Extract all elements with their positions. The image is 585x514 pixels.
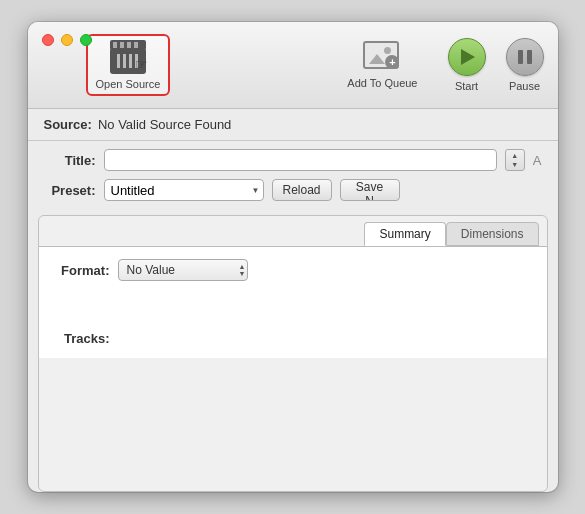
tab-summary[interactable]: Summary: [364, 222, 445, 246]
content-area: Source: No Valid Source Found Title: ▲ ▼…: [28, 109, 558, 492]
open-source-button[interactable]: ☞ Open Source: [86, 34, 171, 96]
add-to-queue-label: Add To Queue: [347, 77, 417, 89]
open-source-label: Open Source: [96, 78, 161, 90]
add-to-queue-icon: +: [363, 41, 401, 73]
close-button[interactable]: [42, 34, 54, 46]
source-value: No Valid Source Found: [98, 117, 231, 132]
format-label: Format:: [55, 263, 110, 278]
preset-select[interactable]: Untitled: [104, 179, 264, 201]
pause-button[interactable]: [506, 38, 544, 76]
pause-icon-bar-left: [518, 50, 523, 64]
tracks-label: Tracks:: [55, 331, 110, 346]
format-select-wrapper: No Value ▲ ▼: [118, 259, 248, 281]
play-icon: [461, 49, 475, 65]
tracks-row: Tracks:: [55, 331, 531, 346]
format-select[interactable]: No Value: [118, 259, 248, 281]
maximize-button[interactable]: [80, 34, 92, 46]
start-button[interactable]: [448, 38, 486, 76]
title-input[interactable]: [104, 149, 497, 171]
title-row: Title: ▲ ▼ A: [44, 149, 542, 171]
source-label: Source:: [44, 117, 92, 132]
tab-bar: Summary Dimensions: [39, 216, 547, 246]
clapper-icon: ☞: [108, 40, 148, 74]
toolbar: ☞ Open Source + Add To Queue: [28, 22, 558, 109]
preset-select-wrapper: Untitled ▼: [104, 179, 264, 201]
cursor-icon: ☞: [135, 56, 148, 72]
start-button-group: Start: [448, 38, 486, 92]
reload-button[interactable]: Reload: [272, 179, 332, 201]
save-new-button[interactable]: Save N: [340, 179, 400, 201]
title-label: Title:: [44, 153, 96, 168]
pause-label: Pause: [509, 80, 540, 92]
format-row: Format: No Value ▲ ▼: [55, 259, 531, 281]
preset-row: Preset: Untitled ▼ Reload Save N: [44, 179, 542, 201]
source-row: Source: No Valid Source Found: [28, 109, 558, 141]
toolbar-items: ☞ Open Source + Add To Queue: [86, 32, 544, 96]
form-area: Title: ▲ ▼ A Preset: Untitled ▼ Reload: [28, 141, 558, 209]
main-window: ☞ Open Source + Add To Queue: [28, 22, 558, 492]
tab-dimensions[interactable]: Dimensions: [446, 222, 539, 246]
preset-label: Preset:: [44, 183, 96, 198]
tab-content-summary: Format: No Value ▲ ▼ Tracks:: [39, 246, 547, 358]
title-stepper[interactable]: ▲ ▼: [505, 149, 525, 171]
title-suffix: A: [533, 153, 542, 168]
tab-panel: Summary Dimensions Format: No Value ▲ ▼: [38, 215, 548, 492]
stepper-up-icon: ▲: [511, 152, 518, 159]
minimize-button[interactable]: [61, 34, 73, 46]
add-to-queue-button[interactable]: + Add To Queue: [337, 35, 427, 95]
pause-icon-bar-right: [527, 50, 532, 64]
traffic-lights: [42, 34, 92, 46]
stepper-down-icon: ▼: [511, 161, 518, 168]
pause-button-group: Pause: [506, 38, 544, 92]
start-label: Start: [455, 80, 478, 92]
